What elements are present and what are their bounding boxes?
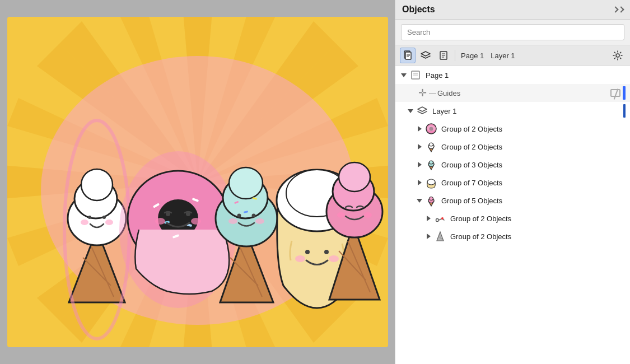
tree-item-7[interactable]: Group of 2 Objects — [395, 227, 630, 245]
tree-item-5-thumb — [424, 194, 438, 207]
svg-point-99 — [430, 197, 433, 200]
tree-item-7-arrow[interactable] — [424, 232, 432, 240]
panel-expand-icon[interactable] — [613, 7, 623, 12]
canvas-area — [0, 0, 395, 364]
tree-item-1[interactable]: Group of 2 Objects — [395, 120, 630, 138]
svg-marker-77 — [421, 52, 430, 56]
tree-item-2-thumb — [424, 140, 438, 153]
toolbar-sep-1 — [455, 50, 455, 61]
tree-item-4-arrow[interactable] — [416, 179, 423, 186]
tree-item-4[interactable]: Group of 7 Objects — [395, 174, 630, 192]
tree-item-5-arrow[interactable] — [416, 197, 423, 204]
objects-panel: Objects — [395, 0, 630, 364]
page1-arrow[interactable] — [400, 71, 408, 79]
layer1-arrow[interactable] — [407, 107, 414, 115]
svg-point-55 — [251, 214, 255, 218]
tree-item-2[interactable]: Group of 2 Objects — [395, 138, 630, 156]
tree-item-7-thumb — [433, 230, 447, 243]
svg-point-95 — [430, 161, 433, 164]
svg-point-82 — [616, 54, 619, 57]
panel-title: Objects — [402, 4, 435, 15]
panel-header: Objects — [395, 0, 630, 20]
tree-item-3-thumb — [424, 158, 438, 171]
pages-icon-btn[interactable] — [400, 48, 416, 63]
svg-point-62 — [295, 255, 305, 262]
page1-icon — [409, 68, 422, 82]
tree-item-6-label: Group of 2 Objects — [450, 214, 626, 223]
svg-point-57 — [255, 218, 264, 224]
tree-item-5-label: Group of 5 Objects — [441, 197, 626, 205]
tree-item-3-arrow[interactable] — [416, 161, 423, 169]
tree-item-2-arrow[interactable] — [416, 143, 423, 151]
svg-point-50 — [229, 167, 263, 199]
tree-container[interactable]: Page 1 ✛ — Guides Layer 1 — [395, 66, 630, 364]
guide-color-bar — [623, 86, 626, 100]
tree-item-6-arrow[interactable] — [424, 214, 432, 222]
svg-point-63 — [329, 255, 339, 262]
layer1-color-bar — [623, 104, 626, 118]
svg-marker-86 — [418, 107, 427, 111]
tree-item-5[interactable]: Group of 5 Objects — [395, 192, 630, 209]
guides-row[interactable]: ✛ — Guides — [395, 84, 630, 102]
svg-point-54 — [237, 214, 241, 218]
tree-item-2-label: Group of 2 Objects — [441, 143, 626, 151]
layers-icon — [421, 50, 431, 60]
expand-arrow-2 — [618, 6, 624, 12]
artwork — [7, 17, 388, 347]
svg-point-70 — [337, 212, 345, 218]
settings-icon — [613, 50, 623, 60]
layer1-label: Layer 1 — [432, 107, 619, 115]
svg-point-29 — [102, 216, 106, 219]
search-input[interactable] — [401, 24, 624, 40]
svg-point-27 — [81, 169, 113, 200]
page-label: Page 1 — [459, 52, 486, 60]
svg-point-71 — [364, 212, 372, 218]
tree-item-4-label: Group of 7 Objects — [441, 179, 626, 187]
svg-point-69 — [339, 162, 370, 192]
search-container — [395, 20, 630, 45]
tree-item-6[interactable]: Group of 2 Objects — [395, 209, 630, 227]
tree-item-1-arrow[interactable] — [416, 125, 423, 133]
svg-point-60 — [305, 250, 310, 254]
tree-items: Group of 2 ObjectsGroup of 2 ObjectsGrou… — [395, 120, 630, 245]
guides-dash: — — [429, 89, 436, 97]
tree-item-1-thumb — [424, 122, 438, 136]
tree-item-6-thumb — [433, 212, 447, 225]
tree-item-3[interactable]: Group of 3 Objects — [395, 156, 630, 174]
tree-item-1-label: Group of 2 Objects — [441, 125, 626, 133]
svg-point-43 — [155, 218, 165, 225]
page1-label: Page 1 — [426, 71, 626, 80]
guides-right-icons — [610, 86, 626, 100]
svg-point-44 — [191, 218, 201, 225]
svg-point-61 — [324, 250, 329, 254]
svg-point-30 — [81, 220, 88, 225]
guides-add-icon[interactable]: ✛ — [416, 86, 429, 100]
svg-point-101 — [441, 217, 444, 220]
svg-point-96 — [427, 179, 435, 185]
layer-label: Layer 1 — [488, 52, 517, 60]
svg-point-92 — [430, 143, 433, 146]
settings-icon-btn[interactable] — [610, 48, 626, 63]
master-pages-icon — [438, 50, 449, 60]
master-pages-icon-btn[interactable] — [436, 48, 451, 63]
layer1-icon — [416, 104, 429, 118]
svg-point-100 — [436, 219, 439, 222]
svg-point-89 — [427, 125, 436, 131]
svg-point-56 — [228, 218, 237, 224]
toolbar-row: Page 1 Layer 1 — [395, 45, 630, 66]
guides-label: Guides — [437, 89, 610, 97]
svg-point-28 — [88, 216, 91, 219]
layer1-row[interactable]: Layer 1 — [395, 102, 630, 120]
tree-item-7-label: Group of 2 Objects — [450, 232, 626, 241]
tree-item-3-label: Group of 3 Objects — [441, 161, 626, 169]
pages-icon — [403, 50, 413, 60]
tree-item-4-thumb — [424, 176, 438, 189]
svg-point-31 — [105, 220, 113, 225]
layers-icon-btn[interactable] — [418, 48, 433, 63]
guide-visibility-icon[interactable] — [610, 89, 620, 97]
sunburst-bg — [7, 17, 388, 347]
page1-row[interactable]: Page 1 — [395, 66, 630, 84]
